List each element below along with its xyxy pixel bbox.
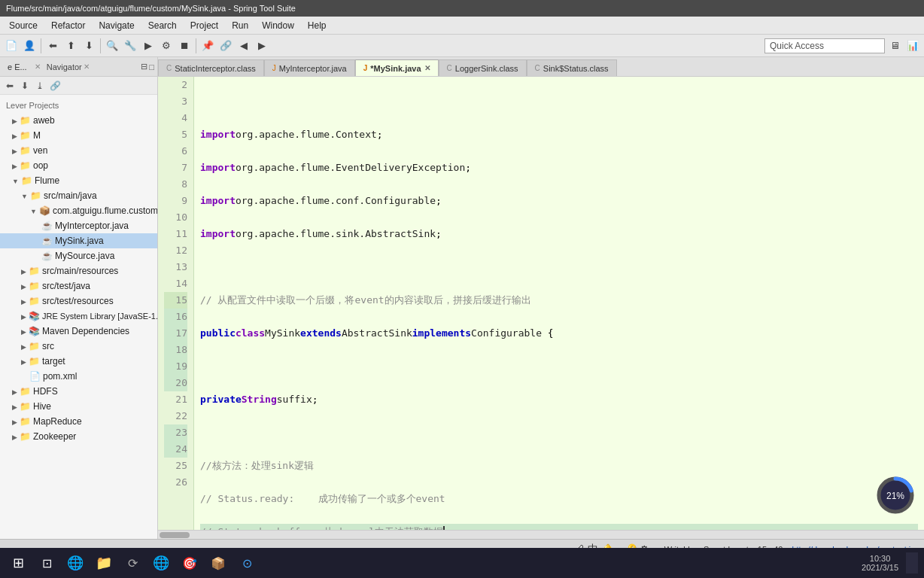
tree-item-myinterceptor[interactable]: ☕ MyInterceptor.java xyxy=(0,218,157,233)
toolbar-btn-4[interactable]: ⬆ xyxy=(62,38,79,54)
taskbar-app1[interactable]: 🎯 xyxy=(178,551,202,575)
toolbar-btn-12[interactable]: 🔗 xyxy=(217,38,234,54)
src2-icon: 📁 xyxy=(29,341,40,351)
menu-project[interactable]: Project xyxy=(184,19,224,32)
tree-item-hdfs[interactable]: 📁 HDFS xyxy=(0,384,157,399)
taskbar-app3[interactable]: ⊙ xyxy=(235,551,259,575)
tree-item-mysink[interactable]: ☕ MySink.java xyxy=(0,233,157,248)
menu-search[interactable]: Search xyxy=(142,19,183,32)
taskbar-search[interactable]: ⊡ xyxy=(35,551,59,575)
menu-run[interactable]: Run xyxy=(226,19,254,32)
toolbar-btn-8[interactable]: ▶ xyxy=(140,38,157,54)
sidebar-maximize[interactable]: □ xyxy=(149,62,154,71)
toolbar-btn-7[interactable]: 🔧 xyxy=(122,38,138,54)
sidebar-tab-navigator[interactable]: Navigator xyxy=(47,62,82,71)
tab-loggersink[interactable]: C LoggerSink.class xyxy=(439,59,527,76)
sidebar-tab-close[interactable]: ✕ xyxy=(35,62,41,71)
tree-item-src-test-java[interactable]: 📁 src/test/java xyxy=(0,278,157,294)
taskbar-show-desktop[interactable] xyxy=(906,552,918,573)
sidebar-nav-close[interactable]: ✕ xyxy=(84,62,90,71)
tree-item-package[interactable]: 📦 com.atguigu.flume.custom xyxy=(0,203,157,218)
toolbar-btn-2[interactable]: 👤 xyxy=(21,38,38,54)
tab-staticinterceptor[interactable]: C StaticInterceptor.class xyxy=(158,59,264,76)
jre-arrow xyxy=(6,311,26,321)
tree-item-m[interactable]: 📁 M xyxy=(0,128,157,143)
taskbar-edge[interactable]: 🌐 xyxy=(63,551,87,575)
tree-item-src[interactable]: 📁 src xyxy=(0,339,157,354)
ln-10: 10 xyxy=(164,209,187,226)
zk-icon: 📁 xyxy=(20,431,31,442)
taskbar-start[interactable]: ⊞ xyxy=(6,551,30,575)
src2-label: src xyxy=(42,341,54,351)
tree-item-hive[interactable]: 📁 Hive xyxy=(0,399,157,414)
tree-item-src-test-res[interactable]: 📁 src/test/resources xyxy=(0,294,157,309)
tab-label-ms: *MySink.java xyxy=(370,64,421,73)
scrollbar-h[interactable] xyxy=(158,530,924,539)
toolbar-btn-10[interactable]: ⏹ xyxy=(176,38,193,54)
toolbar-btn-13[interactable]: ◀ xyxy=(236,38,252,54)
quick-access-box[interactable]: Quick Access xyxy=(764,38,885,53)
code-content[interactable]: import org.apache.flume.Context; import … xyxy=(194,77,924,530)
toolbar-btn-3[interactable]: ⬅ xyxy=(44,38,61,54)
tree-item-src-main-res[interactable]: 📁 src/main/resources xyxy=(0,263,157,278)
toolbar-btn-9[interactable]: ⚙ xyxy=(158,38,175,54)
tree-item-flume[interactable]: 📁 Flume xyxy=(0,173,157,188)
tab-sinkstatus[interactable]: C Sink$Status.class xyxy=(527,59,617,76)
tree-item-ven[interactable]: 📁 ven xyxy=(0,143,157,158)
menu-help[interactable]: Help xyxy=(302,19,333,32)
tree-item-aweb[interactable]: 📁 aweb xyxy=(0,113,157,128)
menu-window[interactable]: Window xyxy=(256,19,300,32)
tab-close-ms[interactable]: ✕ xyxy=(424,64,430,72)
toolbar-btn-11[interactable]: 📌 xyxy=(199,38,216,54)
nav-link[interactable]: 🔗 xyxy=(48,79,62,93)
str-label: src/test/resources xyxy=(42,296,114,306)
tree-item-pom[interactable]: 📄 pom.xml xyxy=(0,369,157,384)
taskbar-explorer[interactable]: 📁 xyxy=(92,551,116,575)
nav-collapse[interactable]: ⤓ xyxy=(33,79,47,93)
smr-label: src/main/resources xyxy=(42,266,118,276)
toolbar-btn-6[interactable]: 🔍 xyxy=(104,38,120,54)
scrollbar-thumb[interactable] xyxy=(160,532,190,538)
toolbar-btn-14[interactable]: ▶ xyxy=(254,38,270,54)
menu-source[interactable]: Source xyxy=(3,19,44,32)
mr-icon: 📁 xyxy=(20,416,31,427)
editor-area: C StaticInterceptor.class J MyIntercepto… xyxy=(158,57,924,539)
code-editor[interactable]: 2 3 4 5 6 7 8 9 10 11 12 13 14 15 16 17 xyxy=(158,77,924,530)
ln-23: 23 xyxy=(164,424,187,441)
zk-arrow xyxy=(6,431,17,442)
taskbar-app2[interactable]: 📦 xyxy=(206,551,230,575)
toolbar-btn-5[interactable]: ⬇ xyxy=(81,38,97,54)
toolbar-btn-15[interactable]: 🖥 xyxy=(886,38,903,54)
code-line-4: import org.apache.flume.EventDeliveryExc… xyxy=(200,160,918,176)
nav-forward[interactable]: ⬇ xyxy=(18,79,32,93)
sidebar-minimize[interactable]: ⊟ xyxy=(141,62,147,71)
menu-navigate[interactable]: Navigate xyxy=(93,19,140,32)
tree-item-target[interactable]: 📁 target xyxy=(0,354,157,369)
tab-icon-ls: C xyxy=(447,64,452,72)
menu-refactor[interactable]: Refactor xyxy=(45,19,91,32)
new-btn[interactable]: 📄 xyxy=(3,38,20,54)
toolbar-btn-16[interactable]: 📊 xyxy=(904,38,921,54)
hive-label: Hive xyxy=(33,401,51,412)
tab-label-ls: LoggerSink.class xyxy=(455,64,518,73)
tab-mysink[interactable]: J *MySink.java ✕ xyxy=(355,59,439,76)
taskbar-refresh[interactable]: ⟳ xyxy=(120,551,144,575)
menu-bar: Source Refactor Navigate Search Project … xyxy=(0,17,924,35)
nav-back[interactable]: ⬅ xyxy=(3,79,17,93)
taskbar-browser[interactable]: 🌐 xyxy=(149,551,173,575)
code-line-2 xyxy=(200,93,918,110)
title-bar: Flume/src/main/java/com/atguigu/flume/cu… xyxy=(0,0,924,17)
tree-item-zookeeper[interactable]: 📁 Zookeeper xyxy=(0,429,157,444)
tree-item-mysource[interactable]: ☕ MySource.java xyxy=(0,248,157,263)
tree-item-mapreduce[interactable]: 📁 MapReduce xyxy=(0,414,157,429)
tree-item-jre[interactable]: 📚 JRE System Library [JavaSE-1.8] xyxy=(0,309,157,324)
tree-item-oop[interactable]: 📁 oop xyxy=(0,158,157,173)
code-line-15: // Status.backoff: 从channel中无法获取数据 xyxy=(200,524,918,530)
sidebar-tab-explorer[interactable]: e E... xyxy=(3,61,32,73)
tree-item-maven[interactable]: 📚 Maven Dependencies xyxy=(0,324,157,339)
tab-myinterceptor[interactable]: J MyInterceptor.java xyxy=(264,59,355,76)
ln-18: 18 xyxy=(164,342,187,358)
oop-label: oop xyxy=(33,160,48,171)
ln-6: 6 xyxy=(164,143,187,160)
tree-item-src-main-java[interactable]: 📁 src/main/java xyxy=(0,188,157,203)
